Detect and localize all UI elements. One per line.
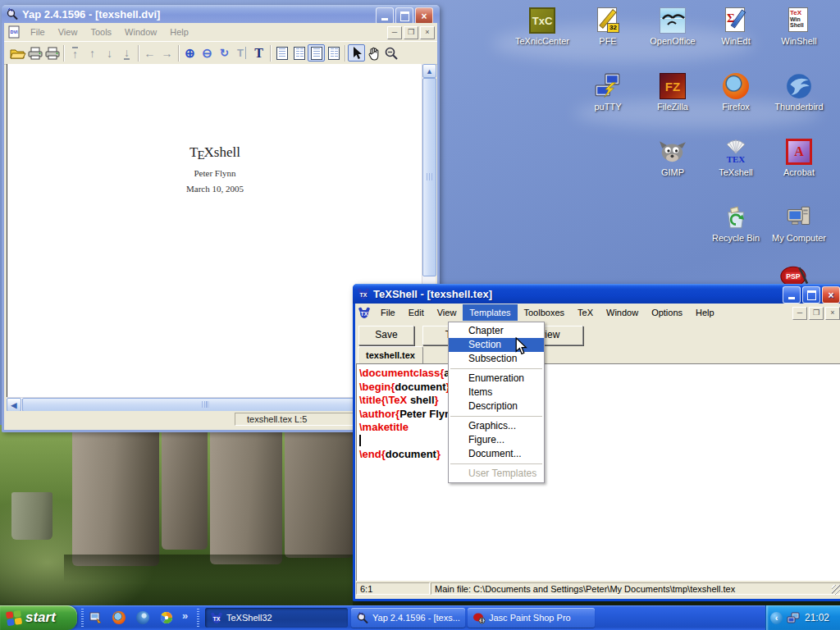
close-button[interactable]: × bbox=[822, 286, 840, 304]
scroll-up-button[interactable]: ▲ bbox=[422, 64, 436, 78]
open-file-icon[interactable] bbox=[9, 44, 26, 62]
menu-item-figure[interactable]: Figure... bbox=[449, 433, 544, 447]
yap-titlebar[interactable]: Yap 2.4.1596 - [texshell.dvi] × bbox=[2, 5, 440, 23]
mdi-minimize-button[interactable]: ─ bbox=[792, 307, 807, 320]
menu-templates[interactable]: Templates bbox=[463, 304, 517, 321]
print-setup-icon[interactable] bbox=[43, 44, 61, 62]
menu-toolboxes[interactable]: Toolboxes bbox=[518, 304, 572, 321]
scroll-thumb[interactable] bbox=[422, 78, 436, 276]
desktop-icon-firefox[interactable]: Firefox bbox=[705, 72, 767, 112]
mdi-restore-button[interactable]: ❒ bbox=[404, 26, 418, 39]
thunderbird-icon bbox=[785, 72, 813, 100]
editor-area[interactable]: \documentclass{article}\begin{document}\… bbox=[356, 363, 840, 582]
zoom-in-icon[interactable]: ⊕ bbox=[181, 44, 199, 62]
last-page-icon[interactable]: ↓ bbox=[118, 44, 135, 62]
task-button-2[interactable]: Yap 2.4.1596 - [texs... bbox=[351, 608, 465, 628]
desktop-icon-winshell[interactable]: TeXWinShellWinShell bbox=[768, 7, 830, 46]
mdi-close-button[interactable]: × bbox=[420, 26, 435, 39]
menu-tex[interactable]: TeX bbox=[571, 304, 600, 321]
mdi-close-button[interactable]: × bbox=[825, 307, 840, 320]
pan-tool-icon[interactable] bbox=[365, 44, 382, 62]
menu-edit[interactable]: Edit bbox=[402, 304, 431, 321]
mdi-restore-button[interactable]: ❒ bbox=[809, 307, 824, 320]
desktop-icon-gimp[interactable]: GIMP bbox=[641, 138, 704, 177]
first-page-icon[interactable]: ↑ bbox=[66, 44, 84, 62]
desktop-icon-label: WinEdt bbox=[705, 36, 767, 46]
task-button-3[interactable]: 8Jasc Paint Shop Pro bbox=[468, 608, 595, 628]
desktop-icon-filezilla[interactable]: FZFileZilla bbox=[641, 72, 704, 112]
start-button[interactable]: start bbox=[0, 605, 77, 630]
toolbar-handle[interactable] bbox=[81, 609, 84, 627]
menu-item-section[interactable]: Section bbox=[449, 338, 544, 352]
network-icon[interactable] bbox=[787, 611, 800, 624]
desktop-icon-acrobat[interactable]: AAcrobat bbox=[768, 138, 830, 177]
menu-item-document[interactable]: Document... bbox=[449, 447, 544, 461]
maximize-button[interactable] bbox=[802, 286, 820, 304]
text-tool-icon[interactable]: T bbox=[250, 44, 267, 62]
desktop-icon-texniccenter[interactable]: TxCTeXnicCenter bbox=[511, 7, 573, 46]
desktop-icon-recycle[interactable]: Recycle Bin bbox=[705, 203, 767, 243]
scroll-thumb[interactable] bbox=[22, 398, 388, 412]
continuous-facing-view-icon[interactable] bbox=[325, 44, 342, 62]
menu-options[interactable]: Options bbox=[645, 304, 689, 321]
continuous-view-icon[interactable] bbox=[308, 44, 325, 62]
tray-chevron-button[interactable]: ‹ bbox=[770, 612, 783, 624]
mdi-minimize-button[interactable]: ─ bbox=[387, 26, 402, 39]
back-icon[interactable]: ← bbox=[141, 44, 158, 62]
show-desktop-icon[interactable] bbox=[89, 611, 102, 624]
print-icon[interactable] bbox=[26, 44, 43, 62]
desktop-icon-pfe[interactable]: 32PFE bbox=[577, 7, 639, 46]
yap-menu-file[interactable]: File bbox=[24, 25, 52, 39]
stone bbox=[11, 492, 52, 540]
menu-view[interactable]: View bbox=[431, 304, 463, 321]
close-button[interactable]: × bbox=[415, 7, 433, 25]
menu-window[interactable]: Window bbox=[600, 304, 645, 321]
yap-menu-window[interactable]: Window bbox=[118, 25, 163, 39]
svg-text:PSP: PSP bbox=[786, 272, 800, 281]
media-player-icon[interactable] bbox=[160, 611, 173, 624]
task-button-1[interactable]: TXTeXShell32 bbox=[205, 608, 348, 628]
menu-file[interactable]: File bbox=[374, 304, 402, 321]
ruler-tool-icon[interactable]: T bbox=[233, 44, 250, 62]
next-page-icon[interactable]: ↓ bbox=[101, 44, 118, 62]
firefox-icon[interactable] bbox=[112, 611, 126, 624]
menu-item-graphics[interactable]: Graphics... bbox=[449, 419, 544, 433]
desktop-icon-texshell[interactable]: TEXTeXshell bbox=[705, 138, 767, 177]
minimize-button[interactable] bbox=[783, 286, 801, 304]
menu-item-user-templates[interactable]: User Templates bbox=[449, 467, 544, 481]
yap-menu-view[interactable]: View bbox=[52, 25, 84, 39]
menu-item-items[interactable]: Items bbox=[449, 386, 544, 399]
menu-help[interactable]: Help bbox=[689, 304, 721, 321]
quick-launch-chevron[interactable]: » bbox=[182, 609, 188, 622]
desktop-icon-putty[interactable]: puTTY bbox=[577, 72, 639, 112]
menu-item-enumeration[interactable]: Enumeration bbox=[449, 372, 544, 386]
thunderbird-icon[interactable] bbox=[136, 611, 149, 624]
desktop-icon-thunderbird[interactable]: Thunderbird bbox=[768, 72, 830, 112]
zoom-out-icon[interactable]: ⊖ bbox=[199, 44, 216, 62]
desktop-icon-openoffice[interactable]: OpenOffice bbox=[641, 7, 704, 46]
save-button[interactable]: Save bbox=[358, 326, 414, 345]
desktop-icon-mycomputer[interactable]: My Computer bbox=[768, 203, 830, 243]
desktop-icon-winedt[interactable]: ΣWinEdt bbox=[705, 7, 767, 46]
single-page-view-icon[interactable] bbox=[273, 44, 290, 62]
start-label: start bbox=[25, 609, 56, 626]
yap-menu-help[interactable]: Help bbox=[163, 25, 195, 39]
menu-item-description[interactable]: Description bbox=[449, 399, 544, 413]
maximize-button[interactable] bbox=[395, 7, 413, 25]
forward-icon[interactable]: → bbox=[158, 44, 176, 62]
editor-tab[interactable]: texshell.tex bbox=[358, 346, 423, 364]
menu-item-subsection[interactable]: Subsection bbox=[449, 352, 544, 366]
prev-page-icon[interactable]: ↑ bbox=[84, 44, 101, 62]
minimize-button[interactable] bbox=[376, 7, 394, 25]
scroll-left-button[interactable]: ◀ bbox=[7, 398, 21, 412]
refresh-icon[interactable]: ↻ bbox=[216, 44, 233, 62]
resize-grip[interactable] bbox=[832, 585, 840, 595]
facing-pages-view-icon[interactable] bbox=[290, 44, 308, 62]
magnifier-tool-icon[interactable] bbox=[382, 44, 399, 62]
toolbar-handle[interactable] bbox=[197, 609, 199, 627]
texshell-window[interactable]: TX TeXShell - [texshell.tex] × TX FileEd… bbox=[353, 284, 840, 601]
texshell-titlebar[interactable]: TX TeXShell - [texshell.tex] × bbox=[353, 284, 840, 304]
menu-item-chapter[interactable]: Chapter bbox=[449, 324, 544, 338]
select-tool-icon[interactable] bbox=[348, 44, 365, 62]
yap-menu-tools[interactable]: Tools bbox=[84, 25, 118, 39]
